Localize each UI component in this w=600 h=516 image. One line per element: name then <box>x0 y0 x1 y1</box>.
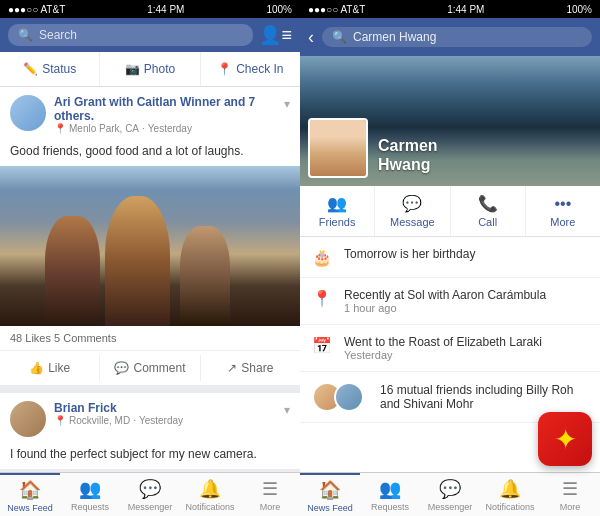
person-1 <box>45 216 100 326</box>
status-icon: ✏️ <box>23 62 38 76</box>
friends-label: Friends <box>319 216 356 228</box>
avatar-2 <box>10 401 46 437</box>
floating-action-button[interactable]: ✦ <box>538 412 592 466</box>
message-label: Message <box>390 216 435 228</box>
search-icon: 🔍 <box>18 28 33 42</box>
post-location-1: 📍 Menlo Park, CA · Yesterday <box>54 123 290 134</box>
right-carrier: ●●●○○ AT&T <box>308 4 365 15</box>
tab-more[interactable]: ☰ More <box>240 473 300 516</box>
requests-icon: 👥 <box>79 478 101 500</box>
checkin-label: Check In <box>236 62 283 76</box>
tab-notifications[interactable]: 🔔 Notifications <box>180 473 240 516</box>
location-time: 1 hour ago <box>344 302 588 314</box>
post-stats-1: 48 Likes 5 Comments <box>0 326 300 351</box>
tab-notifications-label: Notifications <box>185 502 234 512</box>
post-author-1: Ari Grant with Caitlan Winner and 7 othe… <box>54 95 290 123</box>
right-search-input[interactable]: 🔍 Carmen Hwang <box>322 27 592 47</box>
share-label: Share <box>241 361 273 375</box>
right-tab-messenger[interactable]: 💬 Messenger <box>420 473 480 516</box>
right-tab-news-feed[interactable]: 🏠 News Feed <box>300 473 360 516</box>
right-tab-messenger-label: Messenger <box>428 502 473 512</box>
profile-avatar <box>308 118 368 178</box>
action-bar: ✏️ Status 📷 Photo 📍 Check In <box>0 52 300 87</box>
detail-row-birthday: 🎂 Tomorrow is her birthday <box>300 237 600 278</box>
profile-info-overlay: CarmenHwang <box>308 118 438 178</box>
right-tab-more-label: More <box>560 502 581 512</box>
post-header-2: Brian Frick 📍 Rockville, MD · Yesterday … <box>0 393 300 445</box>
post-card-2: Brian Frick 📍 Rockville, MD · Yesterday … <box>0 393 300 469</box>
location-icon: 📍 <box>217 62 232 76</box>
left-panel: ●●●○○ AT&T 1:44 PM 100% 🔍 Search 👤≡ ✏️ S… <box>0 0 300 516</box>
image-scene <box>0 166 300 326</box>
post-more-icon-2[interactable]: ▾ <box>284 403 290 417</box>
messenger-icon: 💬 <box>139 478 161 500</box>
search-input[interactable]: 🔍 Search <box>8 24 253 46</box>
notifications-icon: 🔔 <box>199 478 221 500</box>
calendar-detail-icon: 📅 <box>312 336 332 355</box>
photo-button[interactable]: 📷 Photo <box>100 52 200 86</box>
left-status-bar: ●●●○○ AT&T 1:44 PM 100% <box>0 0 300 18</box>
location-pin-icon: 📍 <box>54 123 66 134</box>
tab-messenger-label: Messenger <box>128 502 173 512</box>
tab-news-feed[interactable]: 🏠 News Feed <box>0 473 60 516</box>
post-image-1 <box>0 166 300 326</box>
friends-icon: 👥 <box>327 194 347 213</box>
person-3 <box>180 226 230 326</box>
right-tab-requests[interactable]: 👥 Requests <box>360 473 420 516</box>
right-messenger-icon: 💬 <box>439 478 461 500</box>
call-action-button[interactable]: 📞 Call <box>451 186 526 236</box>
post-meta-1: Ari Grant with Caitlan Winner and 7 othe… <box>54 95 290 134</box>
detail-row-location: 📍 Recently at Sol with Aaron Carámbula 1… <box>300 278 600 325</box>
left-battery: 100% <box>266 4 292 15</box>
comment-button-1[interactable]: 💬 Comment <box>100 355 200 381</box>
mutual-text: 16 mutual friends including Billy Roh an… <box>368 383 588 411</box>
left-tab-bar: 🏠 News Feed 👥 Requests 💬 Messenger 🔔 Not… <box>0 472 300 516</box>
birthday-text: Tomorrow is her birthday <box>344 247 588 261</box>
search-placeholder: Search <box>39 28 77 42</box>
call-label: Call <box>478 216 497 228</box>
checkin-button[interactable]: 📍 Check In <box>201 52 300 86</box>
detail-row-event: 📅 Went to the Roast of Elizabeth Laraki … <box>300 325 600 372</box>
location-text: Recently at Sol with Aaron Carámbula <box>344 288 588 302</box>
friends-action-button[interactable]: 👥 Friends <box>300 186 375 236</box>
share-icon: ↗ <box>227 361 237 375</box>
right-tab-more[interactable]: ☰ More <box>540 473 600 516</box>
right-tab-bar: 🏠 News Feed 👥 Requests 💬 Messenger 🔔 Not… <box>300 472 600 516</box>
message-action-button[interactable]: 💬 Message <box>375 186 450 236</box>
tab-more-label: More <box>260 502 281 512</box>
mutual-avatars <box>312 382 356 412</box>
right-status-bar: ●●●○○ AT&T 1:44 PM 100% <box>300 0 600 18</box>
right-tab-notifications[interactable]: 🔔 Notifications <box>480 473 540 516</box>
like-icon: 👍 <box>29 361 44 375</box>
post-time-sep-1: · <box>142 123 145 134</box>
location-detail-icon: 📍 <box>312 289 332 308</box>
event-content: Went to the Roast of Elizabeth Laraki Ye… <box>344 335 588 361</box>
post-header-1: Ari Grant with Caitlan Winner and 7 othe… <box>0 87 300 142</box>
back-button[interactable]: ‹ <box>308 27 314 48</box>
tab-news-feed-label: News Feed <box>7 503 53 513</box>
event-text: Went to the Roast of Elizabeth Laraki <box>344 335 588 349</box>
share-button-1[interactable]: ↗ Share <box>201 355 300 381</box>
profile-cover: CarmenHwang <box>300 56 600 186</box>
friend-requests-icon[interactable]: 👤≡ <box>259 24 292 46</box>
avatar-1 <box>10 95 46 131</box>
post-time-1: Yesterday <box>148 123 192 134</box>
left-time: 1:44 PM <box>147 4 184 15</box>
tab-requests[interactable]: 👥 Requests <box>60 473 120 516</box>
right-tab-requests-label: Requests <box>371 502 409 512</box>
post-more-icon-1[interactable]: ▾ <box>284 97 290 111</box>
post-time-2: Yesterday <box>139 415 183 426</box>
feed-scroll: Ari Grant with Caitlan Winner and 7 othe… <box>0 87 300 472</box>
right-notifications-icon: 🔔 <box>499 478 521 500</box>
right-panel: ●●●○○ AT&T 1:44 PM 100% ‹ 🔍 Carmen Hwang… <box>300 0 600 516</box>
news-feed-icon: 🏠 <box>19 479 41 501</box>
more-action-button[interactable]: ••• More <box>526 186 600 236</box>
like-button-1[interactable]: 👍 Like <box>0 355 100 381</box>
post-author-2: Brian Frick <box>54 401 290 415</box>
comment-label: Comment <box>133 361 185 375</box>
birthday-content: Tomorrow is her birthday <box>344 247 588 261</box>
tab-messenger[interactable]: 💬 Messenger <box>120 473 180 516</box>
right-time: 1:44 PM <box>447 4 484 15</box>
camera-icon: 📷 <box>125 62 140 76</box>
status-button[interactable]: ✏️ Status <box>0 52 100 86</box>
